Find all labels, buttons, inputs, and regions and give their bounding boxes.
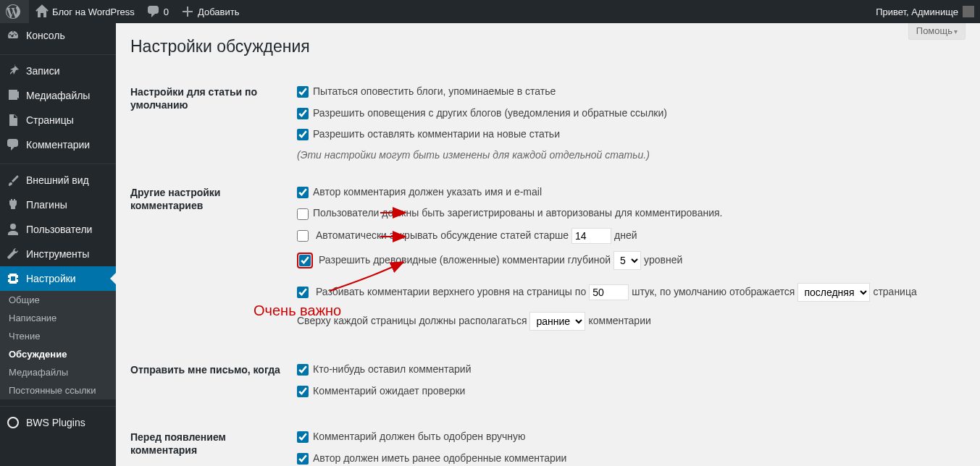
select-thread-depth[interactable]: 5 bbox=[613, 251, 641, 270]
user-icon bbox=[6, 222, 20, 237]
menu-posts[interactable]: Записи bbox=[0, 59, 116, 83]
checkbox-require-login[interactable] bbox=[297, 208, 309, 220]
menu-media[interactable]: Медиафайлы bbox=[0, 83, 116, 108]
submenu-general[interactable]: Общие bbox=[0, 291, 116, 309]
page-icon bbox=[6, 113, 20, 127]
wrench-icon bbox=[6, 247, 20, 261]
menu-appearance[interactable]: Внешний вид bbox=[0, 168, 116, 192]
checkbox-trackback[interactable] bbox=[297, 108, 309, 119]
plugin-icon bbox=[6, 198, 20, 212]
menu-plugins[interactable]: Плагины bbox=[0, 192, 116, 217]
submenu-reading[interactable]: Чтение bbox=[0, 327, 116, 345]
help-button[interactable]: Помощь▾ bbox=[908, 23, 966, 40]
comment-icon bbox=[146, 4, 161, 19]
opt-email-moderation: Комментарий ожидает проверки bbox=[297, 384, 958, 399]
home-icon bbox=[35, 4, 49, 19]
menu-tools[interactable]: Инструменты bbox=[0, 242, 116, 266]
opt-allow-comments: Разрешить оставлять комментарии на новые… bbox=[297, 127, 958, 142]
section-email-me: Отправить мне письмо, когда bbox=[130, 349, 290, 416]
section-note: (Эти настройки могут быть изменены для к… bbox=[297, 149, 958, 161]
opt-auto-close: Автоматически закрывать обсуждение стате… bbox=[297, 228, 958, 244]
site-link[interactable]: Блог на WordPress bbox=[29, 0, 141, 23]
opt-prev-approved: Автор должен иметь ранее одобренные комм… bbox=[297, 452, 958, 466]
menu-comments[interactable]: Комментарии bbox=[0, 132, 116, 157]
bws-icon bbox=[6, 415, 20, 430]
submenu-writing[interactable]: Написание bbox=[0, 309, 116, 327]
opt-trackback: Разрешить оповещения с других блогов (ув… bbox=[297, 106, 958, 121]
menu-bws[interactable]: BWS Plugins bbox=[0, 410, 116, 435]
submenu-discussion[interactable]: Обсуждение bbox=[0, 345, 116, 363]
checkbox-email-moderation[interactable] bbox=[297, 386, 309, 397]
menu-separator bbox=[0, 403, 116, 407]
checkbox-prev-approved[interactable] bbox=[297, 453, 309, 465]
opt-require-name: Автор комментария должен указать имя и e… bbox=[297, 185, 958, 200]
submenu-media[interactable]: Медиафайлы bbox=[0, 363, 116, 381]
chevron-down-icon: ▾ bbox=[954, 27, 958, 35]
opt-email-new: Кто-нибудь оставил комментарий bbox=[297, 363, 958, 377]
comments-link[interactable]: 0 bbox=[141, 0, 175, 23]
avatar bbox=[963, 6, 974, 17]
checkbox-paginate[interactable] bbox=[297, 287, 309, 298]
menu-settings[interactable]: Настройки bbox=[0, 266, 116, 291]
user-name: Админище bbox=[911, 7, 958, 17]
comments-count: 0 bbox=[164, 7, 169, 17]
plus-icon bbox=[180, 4, 195, 19]
section-other-comments: Другие настройки комментариев bbox=[130, 171, 290, 349]
media-icon bbox=[6, 88, 20, 103]
opt-manual-approve: Комментарий должен быть одобрен вручную bbox=[297, 430, 958, 444]
checkbox-allow-comments[interactable] bbox=[297, 129, 309, 140]
opt-comment-order: Сверху каждой страницы должны располагат… bbox=[297, 312, 958, 331]
checkbox-manual-approve[interactable] bbox=[297, 431, 309, 443]
opt-threaded: Разрешить древовидные (вложенные) коммен… bbox=[297, 251, 958, 270]
pin-icon bbox=[6, 64, 20, 78]
select-comment-order[interactable]: ранние bbox=[529, 312, 585, 331]
user-account[interactable]: Привет, Админище bbox=[870, 0, 980, 23]
wordpress-icon bbox=[6, 4, 20, 19]
checkbox-pingback[interactable] bbox=[297, 86, 309, 98]
dashboard-icon bbox=[6, 28, 20, 43]
settings-icon bbox=[6, 271, 20, 286]
checkbox-auto-close[interactable] bbox=[297, 230, 309, 242]
add-new-label: Добавить bbox=[198, 7, 239, 17]
section-before-appear: Перед появлением комментария bbox=[130, 416, 290, 466]
menu-dashboard[interactable]: Консоль bbox=[0, 23, 116, 48]
site-name: Блог на WordPress bbox=[52, 7, 135, 17]
submenu-permalinks[interactable]: Постоянные ссылки bbox=[0, 381, 116, 399]
greeting: Привет, bbox=[876, 7, 909, 17]
menu-separator bbox=[0, 51, 116, 55]
section-default-article: Настройки для статьи по умолчанию bbox=[130, 71, 290, 171]
input-close-days[interactable] bbox=[571, 228, 611, 244]
add-new-link[interactable]: Добавить bbox=[175, 0, 245, 23]
brush-icon bbox=[6, 173, 20, 187]
svg-point-0 bbox=[8, 418, 18, 428]
page-title: Настройки обсуждения bbox=[130, 30, 966, 71]
menu-users[interactable]: Пользователи bbox=[0, 217, 116, 242]
opt-paginate: Разбивать комментарии верхнего уровня на… bbox=[297, 283, 958, 302]
checkbox-threaded[interactable] bbox=[299, 255, 311, 266]
select-default-page[interactable]: последняя bbox=[797, 283, 870, 302]
comments-icon bbox=[6, 137, 20, 152]
checkbox-email-new[interactable] bbox=[297, 364, 309, 376]
menu-separator bbox=[0, 161, 116, 164]
menu-pages[interactable]: Страницы bbox=[0, 108, 116, 132]
input-per-page[interactable] bbox=[589, 284, 629, 300]
checkbox-require-name[interactable] bbox=[297, 187, 309, 198]
opt-pingback: Пытаться оповестить блоги, упоминаемые в… bbox=[297, 85, 958, 99]
wp-logo[interactable] bbox=[0, 0, 29, 23]
opt-require-login: Пользователи должны быть зарегистрирован… bbox=[297, 206, 958, 221]
